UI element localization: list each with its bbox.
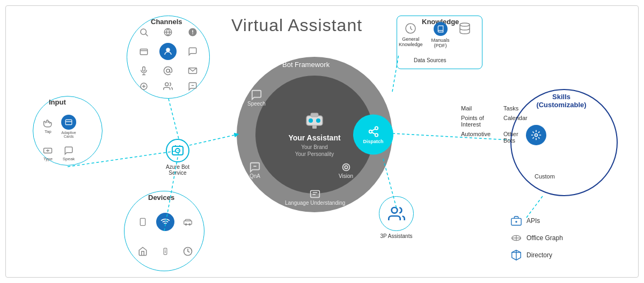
wifi-blue-icon <box>156 208 175 235</box>
skill-mail: Mail <box>461 105 491 111</box>
office-graph-label: Office Graph <box>526 234 563 242</box>
office-graph-row: Office Graph <box>510 232 563 244</box>
svg-point-15 <box>166 69 170 72</box>
svg-point-20 <box>165 83 169 86</box>
svg-rect-11 <box>140 49 148 55</box>
svg-point-41 <box>309 118 313 123</box>
svg-rect-14 <box>143 66 145 71</box>
api-items: APIs Office Graph Directory <box>510 215 563 261</box>
channels-label: Channels <box>151 18 182 26</box>
data-sources-label: Data Sources <box>414 57 447 63</box>
dispatch-circle: Dispatch <box>353 115 393 155</box>
email-icon <box>181 64 204 78</box>
svg-point-45 <box>369 130 372 133</box>
svg-point-13 <box>167 49 169 51</box>
assistants-3p-label: 3P Assistants <box>380 233 413 239</box>
clock-icon <box>178 239 197 265</box>
svg-point-58 <box>391 207 397 213</box>
svg-point-44 <box>375 126 378 130</box>
skills-items: Mail Tasks Points ofInterest Calendar Au… <box>461 105 533 144</box>
svg-rect-27 <box>140 218 145 225</box>
slack-icon <box>133 79 155 93</box>
globe-icon <box>157 26 180 39</box>
skills-label: Skills <box>552 93 570 101</box>
search-icon <box>133 26 155 39</box>
svg-point-8 <box>141 29 147 35</box>
svg-line-1 <box>169 99 179 139</box>
at-icon <box>157 64 180 78</box>
mic-icon <box>133 64 155 78</box>
svg-line-3 <box>189 135 237 145</box>
assistant-inner: Your Assistant Your Brand Your Personali… <box>255 76 374 193</box>
svg-rect-40 <box>311 113 318 117</box>
skill-automotive: Automotive <box>461 131 491 144</box>
svg-point-46 <box>375 133 378 136</box>
dispatch-label: Dispatch <box>363 138 383 144</box>
svg-point-56 <box>460 23 470 26</box>
svg-point-35 <box>165 252 165 252</box>
speech-label: Speech <box>247 101 266 107</box>
bot-framework-label: Bot Framework <box>282 61 330 69</box>
remote-icon <box>156 239 175 265</box>
type-icon: Type <box>39 142 57 166</box>
home-icon <box>133 239 152 265</box>
svg-line-48 <box>371 129 375 131</box>
lu-label: Language Understanding <box>285 200 345 206</box>
svg-rect-22 <box>65 120 72 124</box>
svg-rect-43 <box>312 125 317 129</box>
bot-center-icon <box>157 41 180 62</box>
svg-point-51 <box>345 166 348 169</box>
assistants-3p: 3P Assistants <box>379 196 414 239</box>
general-knowledge-item: GeneralKnowledge <box>399 22 423 47</box>
svg-point-57 <box>535 134 538 137</box>
apis-label: APIs <box>526 217 540 225</box>
svg-point-38 <box>175 148 180 153</box>
qna-label: QnA <box>250 173 260 179</box>
skill-tasks: Tasks <box>503 105 533 111</box>
adaptive-cards-icon: Adaptive Cards <box>60 114 78 138</box>
azure-bot-icon <box>166 139 189 162</box>
skills-center-icon <box>526 125 546 145</box>
speech-item: Speech <box>247 89 266 107</box>
knowledge-inner: GeneralKnowledge Manuals(PDF) <box>399 22 471 48</box>
datasources-item <box>458 22 471 35</box>
channels-circle <box>127 16 210 99</box>
lu-item: Language Understanding <box>285 188 345 206</box>
main-container: Virtual Assistant <box>5 5 639 278</box>
azure-bot-label: Azure Bot <box>166 164 189 170</box>
teams2-icon <box>157 79 180 93</box>
svg-line-7 <box>526 196 543 218</box>
teams-icon <box>133 41 155 62</box>
skill-custom: Custom <box>535 173 555 180</box>
speak-icon: Speak <box>60 142 78 166</box>
car-icon <box>178 208 197 235</box>
vision-label: Vision <box>339 173 353 179</box>
directory-row: Directory <box>510 249 563 261</box>
svg-point-50 <box>342 164 349 171</box>
svg-rect-30 <box>184 221 192 225</box>
assistants-3p-circle <box>379 196 414 231</box>
phone-icon <box>133 208 152 235</box>
brand-personality: Your Brand Your Personality <box>295 144 334 158</box>
vision-item: Vision <box>339 161 353 179</box>
page-title: Virtual Assistant <box>231 16 362 35</box>
manuals-item: Manuals(PDF) <box>431 22 450 48</box>
tap-icon: Tap <box>39 114 57 138</box>
input-inner: Tap Adaptive Cards Type Speak <box>34 101 104 171</box>
skill-poi: Points ofInterest <box>461 115 491 128</box>
assistant-name: Your Assistant <box>288 133 340 143</box>
apis-row: APIs <box>510 215 563 227</box>
azure-bot-sublabel: Service <box>169 170 186 176</box>
directory-label: Directory <box>526 251 552 259</box>
svg-point-42 <box>316 118 320 123</box>
azure-bot-service: Azure Bot Service <box>166 139 189 176</box>
svg-line-47 <box>371 132 375 134</box>
skills-sublabel: (Customizable) <box>536 101 586 109</box>
qna-item: QnA <box>249 161 261 179</box>
devices-inner <box>125 192 206 273</box>
messenger-icon <box>181 41 204 62</box>
svg-rect-37 <box>172 146 183 155</box>
skype-icon <box>181 26 204 39</box>
svg-line-9 <box>145 34 148 36</box>
chat-icon <box>181 79 204 93</box>
